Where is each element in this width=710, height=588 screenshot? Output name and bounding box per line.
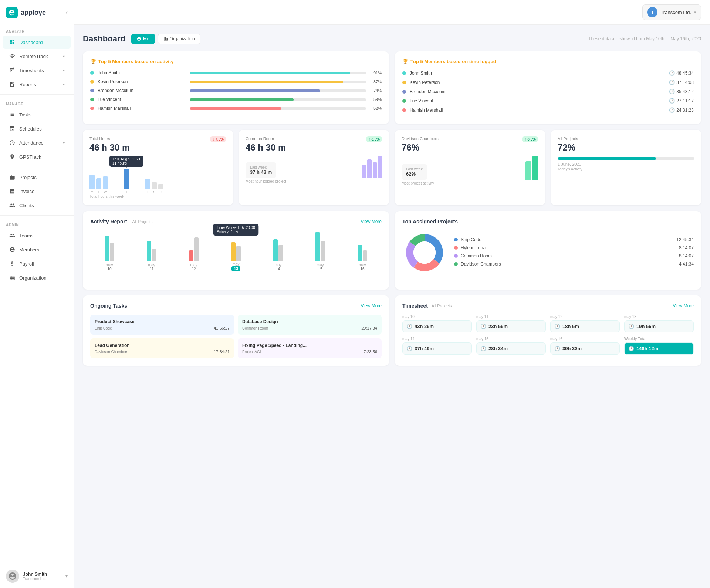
sidebar-item-timesheets[interactable]: Timesheets ▾ [3,64,71,77]
member-dot [402,108,406,112]
total-hours-sub: Total hours this week [89,195,226,199]
time-member-row: Hamish Marshall 🕐 24:31:23 [402,107,694,113]
member-time: 🕐 37:14:08 [669,80,694,85]
act-day: 11 [149,267,153,271]
user-chevron[interactable]: ▾ [65,574,68,579]
bar-group: T [96,178,101,194]
clock-icon: 🕐 [669,70,675,76]
schedules-icon [9,125,16,132]
davidson-sub: Most project activity [402,181,538,185]
topbar: T Transcom Ltd. ▾ [74,0,710,25]
time-member-row: John Smith 🕐 48:45:34 [402,70,694,76]
chart-bar [158,184,163,189]
progress-bar [190,107,366,110]
tab-me[interactable]: Me [131,34,155,44]
legend-dot [454,254,458,258]
act-month: may [359,263,366,267]
chart-bar [145,179,150,189]
tab-organization[interactable]: Organization [158,34,200,44]
dashboard-tabs: Me Organization [131,34,200,44]
ts-date: may 14 [402,337,472,341]
chart-bar [103,176,108,189]
activity-members-list: John Smith 91% Kevin Peterson 87% Brendo… [90,70,382,111]
dashboard-label: Dashboard [19,40,43,45]
tab-me-label: Me [143,36,149,41]
member-time: 🕐 27:11:17 [669,98,694,104]
divider-3 [0,215,74,216]
cr-bar1 [362,165,366,178]
sidebar-item-organization[interactable]: Organization [3,271,71,284]
total-hours-chart: M T W Thu, Aug 5, 202111 hours T F S [89,156,226,194]
total-hours-card: Total Hours ↓ 7.5% 46 h 30 m M T W Thu, … [83,130,233,205]
member-time: 🕐 35:43:12 [669,89,694,94]
activity-member-row: Lue Vincent 59% [90,97,382,102]
ts-time-value: 28h 34m [488,346,508,351]
ts-cell: may 11 🕐 23h 56m [476,315,546,332]
member-name: Kevin Peterson [98,79,186,84]
activity-member-row: Brendon Mcculum 74% [90,88,382,93]
top-activity-title: 🏆 Top 5 Members based on activity [90,59,382,64]
member-dot [402,99,406,103]
act-bar-inactive [152,249,156,261]
sidebar-item-remotetrack[interactable]: RemoteTrack ▾ [3,50,71,63]
legend-name: Hyleon Tetra [461,245,676,250]
ts-cell: may 13 🕐 19h 56m [624,315,694,332]
sidebar-item-gpstrack[interactable]: GPSTrack [3,150,71,163]
ts-cell: may 16 🕐 39h 33m [550,337,620,355]
activity-member-row: John Smith 91% [90,70,382,75]
ts-cell: may 10 🕐 43h 26m [402,315,472,332]
content-area: Dashboard Me Organization These data are… [74,25,710,381]
progress-pct: 91% [370,71,382,75]
task-project: Common Room [242,326,268,330]
sidebar-item-invoice[interactable]: Invoice [3,185,71,198]
user-avatar [6,570,19,583]
dv-bar1 [525,161,531,180]
sidebar-item-projects[interactable]: Projects [3,170,71,184]
divider-2 [0,167,74,167]
tasks-view-more[interactable]: View More [361,303,382,308]
weekly-total-box: 🕐 148h 12m [624,342,694,355]
user-company: Transcom Ltd. [23,577,47,581]
user-footer: John Smith Transcom Ltd. ▾ [0,564,74,588]
act-date: may12 [190,263,197,271]
sidebar-item-payroll[interactable]: Payroll [3,257,71,270]
sidebar-item-clients[interactable]: Clients [3,199,71,212]
act-date: may15 [317,263,324,271]
member-dot [90,98,94,101]
ts-cell: may 15 🕐 28h 34m [476,337,546,355]
sidebar-item-schedules[interactable]: Schedules [3,122,71,135]
ts-time-value: 23h 56m [488,324,508,329]
clock-icon: 🕐 [669,107,675,113]
sidebar-item-attendance[interactable]: Attendance ▾ [3,136,71,149]
sidebar-item-tasks[interactable]: Tasks [3,108,71,121]
remotetrack-chevron: ▾ [63,54,65,58]
davidson-card: Davidson Chambers ↑ 3.5% 76% Last week 6… [395,130,545,205]
dashboard-header: Dashboard Me Organization These data are… [83,34,701,44]
timesheet-view-more[interactable]: View More [673,303,694,308]
act-bar-group: may11 [132,241,171,271]
progress-bar [190,72,366,74]
activity-report-title: Activity Report [90,219,127,224]
timesheet-filter: All Projects [432,304,452,308]
sidebar-item-teams[interactable]: Teams [3,229,71,242]
trophy-icon: 🏆 [90,59,96,64]
act-bars-section: Time Worked: 07:20:00Activity: 42% [231,242,241,261]
activity-report-card: Activity Report All Projects View More m… [83,211,389,290]
sidebar-item-reports[interactable]: Reports ▾ [3,78,71,91]
sidebar-item-members[interactable]: Members [3,243,71,256]
bar-group: S [152,182,157,194]
activity-member-row: Hamish Marshall 52% [90,106,382,111]
davidson-chart [525,156,538,180]
ts-time-value: 43h 26m [415,324,434,329]
timesheet-card: Timesheet All Projects View More may 10 … [395,295,701,366]
sidebar-item-dashboard[interactable]: Dashboard [3,36,71,49]
act-bar-group: Time Worked: 07:20:00Activity: 42% may13 [217,242,255,271]
task-item: Database Design Common Room 29:17:34 [238,315,382,335]
dashboard-icon [9,39,16,45]
davidson-badge: ↑ 3.5% [522,136,538,142]
collapse-button[interactable]: ‹ [66,9,68,16]
ts-date: may 15 [476,337,546,341]
attendance-label: Attendance [19,140,44,146]
activity-view-more[interactable]: View More [361,219,382,224]
org-selector[interactable]: T Transcom Ltd. ▾ [642,4,701,20]
